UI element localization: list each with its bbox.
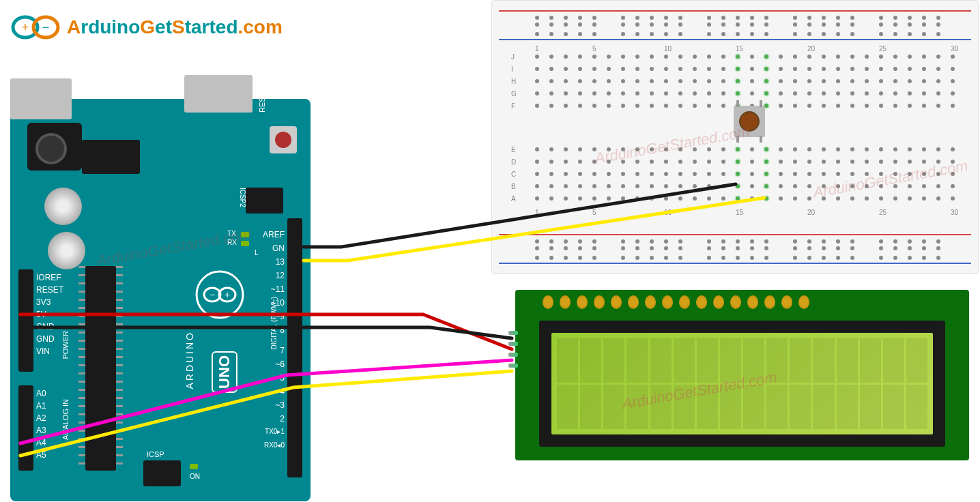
- pin-2: 2: [280, 414, 285, 424]
- pin-a5: A5: [36, 450, 46, 460]
- bb-col-1: 1: [535, 45, 539, 53]
- bb-col-10: 10: [664, 209, 672, 216]
- pin-gnd2: GND: [36, 334, 55, 344]
- analog-section-label: ANALOG IN: [61, 399, 70, 440]
- atmega-chip: [85, 266, 116, 471]
- pin-a4: A4: [36, 438, 46, 447]
- analog-pin-header: [18, 385, 33, 471]
- pin-gnd1: GND: [36, 322, 55, 331]
- reset-label: RESET: [258, 87, 266, 113]
- pin-5v: 5V: [36, 310, 46, 319]
- power-section-label: POWER: [61, 331, 70, 359]
- pin-7: 7: [280, 346, 285, 355]
- bb-row-e: E: [511, 146, 516, 153]
- pin-4: 4: [280, 387, 285, 396]
- reset-button: [270, 126, 297, 153]
- pin-11: ~11: [271, 284, 285, 294]
- lcd-screen: [551, 333, 933, 434]
- usb-port: [10, 78, 72, 119]
- bb-row-i: I: [511, 65, 513, 73]
- voltage-regulator: [82, 140, 140, 174]
- pin-6: ~6: [275, 359, 285, 369]
- pin-gnd-d: GN: [272, 243, 285, 253]
- icsp-header: [143, 460, 181, 486]
- svg-text:+: +: [225, 289, 230, 300]
- usb-b-port: [184, 75, 253, 113]
- bb-col-1: 1: [535, 209, 539, 216]
- icsp2-header: [246, 188, 283, 213]
- power-jack: [27, 123, 82, 171]
- pin-reset: RESET: [36, 285, 63, 295]
- bb-row-f: F: [511, 102, 515, 110]
- pin-a1: A1: [36, 401, 46, 411]
- pin-tx0: TX0▸1: [265, 428, 285, 435]
- bb-col-25: 25: [879, 209, 887, 216]
- svg-text:−: −: [210, 289, 215, 300]
- pin-9: ~9: [275, 312, 285, 321]
- bb-row-a: A: [511, 195, 516, 203]
- on-led: [190, 464, 198, 469]
- pin-a0: A0: [36, 389, 46, 398]
- bb-row-d: D: [511, 158, 516, 166]
- l-label: L: [255, 249, 259, 256]
- on-label: ON: [190, 473, 200, 480]
- pin-12: 12: [276, 271, 285, 280]
- arduino-brand-text: ARDUINO: [184, 331, 195, 389]
- logo-text: ArduinoGetStarted.com: [67, 16, 283, 38]
- rx-label: RX: [227, 239, 237, 246]
- breadboard: J I H G F E D C B A 11551010151520202525…: [491, 0, 979, 274]
- bb-col-20: 20: [807, 209, 815, 216]
- bb-col-15: 15: [736, 45, 743, 53]
- bb-col-15: 15: [736, 209, 743, 216]
- rx-led: [241, 241, 249, 246]
- pin-10: ~10: [271, 298, 285, 308]
- pin-8: 8: [280, 325, 285, 335]
- bb-col-5: 5: [592, 209, 596, 216]
- pin-aref: AREF: [263, 230, 285, 239]
- pin-vin: VIN: [36, 346, 50, 356]
- power-pin-header: [18, 269, 33, 372]
- pin-3v3: 3V3: [36, 297, 51, 307]
- lcd-i2c-pins: [508, 331, 518, 368]
- pin-5: ~5: [275, 373, 285, 383]
- arduino-logo-icon: −+: [194, 269, 246, 321]
- lcd-top-pins: [543, 295, 809, 309]
- svg-text:−: −: [42, 20, 50, 34]
- site-logo: +− ArduinoGetStarted.com: [10, 7, 283, 48]
- bb-col-30: 30: [951, 209, 958, 216]
- icsp2-label: ICSP2: [239, 188, 246, 207]
- icsp-label: ICSP: [147, 450, 164, 458]
- uno-model-text: UNO: [212, 351, 237, 393]
- lcd-screen-frame: [539, 321, 945, 447]
- capacitor-1: [44, 188, 82, 225]
- tx-label: TX: [227, 230, 236, 237]
- pin-rx0: RX0◂0: [264, 441, 285, 449]
- lcd-i2c-display: [515, 290, 969, 460]
- pin-13: 13: [276, 257, 285, 267]
- bb-col-20: 20: [807, 45, 815, 53]
- capacitor-2: [48, 232, 85, 269]
- bb-col-10: 10: [664, 45, 672, 53]
- digital-pin-header: [287, 218, 302, 477]
- bb-col-25: 25: [879, 45, 887, 53]
- pin-ioref: IOREF: [36, 273, 61, 282]
- tx-led: [241, 232, 249, 237]
- bb-row-b: B: [511, 183, 516, 190]
- bb-col-30: 30: [951, 45, 958, 53]
- arduino-uno-board: RESET ICSP2 TX RX L −+ ARDUINO UNO ICSP …: [10, 99, 311, 501]
- bb-row-h: H: [511, 78, 516, 85]
- svg-text:+: +: [22, 20, 29, 34]
- logo-icon: +−: [10, 7, 61, 48]
- pin-3: ~3: [275, 400, 285, 410]
- bb-col-5: 5: [592, 45, 596, 53]
- push-button: [734, 106, 765, 137]
- bb-row-g: G: [511, 90, 517, 98]
- bb-row-c: C: [511, 171, 516, 178]
- pin-a2: A2: [36, 413, 46, 423]
- bb-row-j: J: [511, 53, 515, 61]
- pin-a3: A3: [36, 426, 46, 435]
